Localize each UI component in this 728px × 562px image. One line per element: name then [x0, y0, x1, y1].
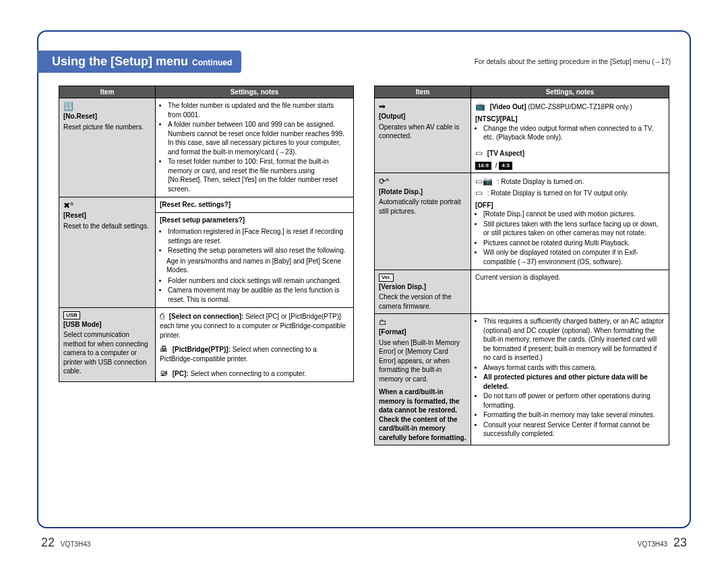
note: Folder numbers and clock settings will r…	[168, 276, 349, 286]
footer: 22 VQT3H43 VQT3H43 23	[37, 536, 691, 550]
page-frame: Using the [Setup] menu Continued For det…	[37, 30, 691, 528]
note: Pictures cannot be rotated during Multi …	[483, 239, 665, 248]
version-icon: Ver.	[379, 274, 394, 282]
settings-cell: ⎙ [Select on connection]: Select [PC] or…	[156, 308, 354, 382]
note-bold: All protected pictures and other picture…	[483, 373, 665, 391]
reset-icon: ✖ᴿ	[63, 201, 73, 210]
left-column: Item Settings, notes 🔢 [No.Reset] Reset …	[59, 86, 354, 513]
content-columns: Item Settings, notes 🔢 [No.Reset] Reset …	[59, 86, 669, 513]
doc-code: VQT3H43	[61, 540, 90, 548]
col-header-settings: Settings, notes	[471, 86, 669, 98]
note: Formatting the built-in memory may take …	[483, 410, 665, 420]
header: Using the [Setup] menu Continued For det…	[37, 49, 691, 73]
footer-right: VQT3H43 23	[638, 536, 691, 550]
note: Change the video output format when conn…	[483, 124, 665, 142]
note: To reset folder number to 100: First, fo…	[168, 157, 349, 193]
item-title: [No.Reset]	[63, 113, 97, 120]
item-cell-rotate: ⟳ᴬ [Rotate Disp.] Automatically rotate p…	[375, 173, 471, 270]
note: Camera movement may be audible as the le…	[168, 286, 349, 304]
item-title: [Reset]	[63, 212, 86, 219]
note: Consult your nearest Service Center if f…	[483, 420, 665, 439]
output-icon: ➡	[379, 102, 386, 111]
note: Still pictures taken with the lens surfa…	[483, 220, 665, 238]
select-icon: ⎙	[160, 311, 164, 321]
title-main: Using the [Setup] menu	[52, 55, 188, 69]
item-title: [Version Disp.]	[379, 283, 426, 290]
table-row: USB [USB Mode] Select communication meth…	[59, 308, 354, 382]
line-bold: [PictBridge(PTP)]:	[173, 346, 231, 353]
line-text: : Rotate Display is turned on for TV out…	[487, 189, 628, 197]
note: Do not turn off power or perform other o…	[483, 392, 665, 410]
item-title: [Output]	[379, 113, 405, 120]
aspect-4-3: 4:3	[499, 162, 512, 170]
item-desc: Automatically rotate portrait still pict…	[379, 197, 466, 216]
note: A folder number between 100 and 999 can …	[168, 120, 349, 156]
note: This requires a sufficiently charged bat…	[483, 317, 665, 363]
video-out-icon: 📺	[475, 102, 485, 111]
settings-cell: ▭📷 : Rotate Display is turned on. ▭ : Ro…	[471, 173, 669, 270]
col-header-settings: Settings, notes	[156, 86, 354, 98]
note: [Rotate Disp.] cannot be used with motio…	[483, 210, 665, 219]
note: Always format cards with this camera.	[483, 363, 665, 373]
left-table: Item Settings, notes 🔢 [No.Reset] Reset …	[59, 86, 354, 382]
header-note: For details about the setting procedure …	[475, 58, 671, 65]
page-number-right: 23	[673, 536, 687, 549]
settings-cell: 📺 [Video Out] (DMC-ZS8PU/DMC-TZ18PR only…	[471, 98, 669, 173]
settings-cell: [Reset Rec. settings?]	[156, 197, 354, 213]
table-row: ✖ᴿ [Reset] Reset to the default settings…	[59, 197, 354, 213]
tail-bold: [TV Aspect]	[487, 150, 524, 157]
right-column: Item Settings, notes ➡ [Output] Operates…	[374, 86, 669, 513]
item-cell-usb: USB [USB Mode] Select communication meth…	[59, 308, 156, 382]
printer-icon: 🖶	[160, 344, 168, 354]
rotate-icon: ⟳ᴬ	[379, 177, 389, 186]
lead-bold: [Video Out]	[490, 103, 526, 111]
item-desc: Check the version of the camera firmware…	[379, 292, 466, 311]
settings-cell: [Reset setup parameters?] Information re…	[156, 212, 354, 308]
item-desc: Select communication method for when con…	[63, 330, 151, 376]
item-cell-format: 🗀 [Format] Use when [Built-In Memory Err…	[375, 314, 471, 445]
no-reset-icon: 🔢	[63, 102, 73, 111]
note: The folder number is updated and the fil…	[168, 101, 349, 119]
subhead: [Reset setup parameters?]	[160, 216, 349, 225]
lead-text: (DMC-ZS8PU/DMC-TZ18PR only.)	[528, 103, 632, 111]
aspect-16-9: 16:9	[475, 162, 491, 170]
usb-icon: USB	[63, 311, 80, 319]
title-sub: Continued	[192, 58, 232, 67]
item-cell-version: Ver. [Version Disp.] Check the version o…	[375, 270, 471, 314]
note: Resetting the setup parameters will also…	[168, 246, 349, 255]
table-row: 🔢 [No.Reset] Reset picture file numbers.…	[59, 98, 354, 197]
table-row: Ver. [Version Disp.] Check the version o…	[375, 270, 669, 314]
settings-cell: Current version is displayed.	[471, 270, 669, 314]
item-cell-output: ➡ [Output] Operates when AV cable is con…	[375, 98, 471, 173]
col-header-item: Item	[59, 86, 156, 98]
item-cell-reset: ✖ᴿ [Reset] Reset to the default settings…	[59, 197, 156, 308]
settings-cell: The folder number is updated and the fil…	[156, 98, 354, 197]
col-header-item: Item	[375, 86, 471, 98]
subhead: [OFF]	[475, 201, 665, 210]
settings-cell: This requires a sufficiently charged bat…	[471, 314, 669, 445]
tv-aspect-icon: ▭	[475, 148, 483, 158]
note: Information registered in [Face Recog.] …	[168, 227, 349, 245]
table-row: 🗀 [Format] Use when [Built-In Memory Err…	[375, 314, 669, 445]
right-table: Item Settings, notes ➡ [Output] Operates…	[374, 86, 669, 445]
item-title: [Rotate Disp.]	[379, 188, 423, 195]
table-row: ➡ [Output] Operates when AV cable is con…	[375, 98, 669, 173]
footer-left: 22 VQT3H43	[37, 536, 90, 550]
subhead: [NTSC]/[PAL]	[475, 115, 665, 124]
page-number-left: 22	[41, 536, 55, 549]
doc-code: VQT3H43	[638, 540, 667, 548]
item-desc: Operates when AV cable is connected.	[379, 123, 466, 141]
note: Will only be displayed rotated on comput…	[483, 248, 665, 266]
rotate-tv-icon: ▭	[475, 188, 483, 197]
item-cell-no-reset: 🔢 [No.Reset] Reset picture file numbers.	[59, 98, 156, 197]
line-text: : Rotate Display is turned on.	[497, 178, 584, 185]
line-bold: [PC]:	[173, 370, 189, 377]
line-bold: [Select on connection]:	[169, 313, 244, 320]
note-plain: Current version is displayed.	[475, 274, 560, 281]
format-icon: 🗀	[379, 317, 387, 327]
pc-icon: 🖳	[160, 369, 168, 378]
table-row: ⟳ᴬ [Rotate Disp.] Automatically rotate p…	[375, 173, 669, 270]
item-desc: Reset picture file numbers.	[63, 123, 151, 132]
line-text: Select when connecting to a computer.	[190, 370, 306, 377]
item-desc: Use when [Built-In Memory Error] or [Mem…	[379, 338, 466, 384]
